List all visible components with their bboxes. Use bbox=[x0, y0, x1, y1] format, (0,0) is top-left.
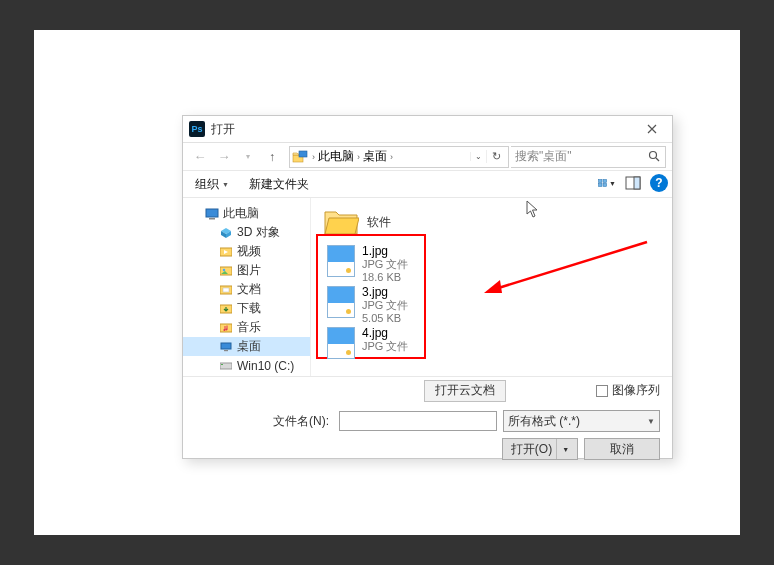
tree-pictures[interactable]: 图片 bbox=[183, 261, 310, 280]
open-button[interactable]: 打开(O) ▼ bbox=[502, 438, 578, 460]
svg-point-2 bbox=[650, 151, 657, 158]
svg-rect-8 bbox=[634, 177, 640, 189]
image-file-icon bbox=[327, 245, 355, 277]
desktop-icon bbox=[219, 340, 233, 354]
tree-label: 下载 bbox=[237, 300, 261, 317]
svg-rect-1 bbox=[299, 151, 307, 157]
options-row: 打开云文档 图像序列 bbox=[183, 376, 672, 404]
nav-tree: 此电脑 3D 对象 视频 图片 文档 下载 bbox=[183, 198, 311, 376]
breadcrumb-sep-icon: › bbox=[390, 152, 393, 162]
video-icon bbox=[219, 245, 233, 259]
help-button[interactable]: ? bbox=[650, 174, 668, 192]
organize-button[interactable]: 组织▼ bbox=[191, 174, 233, 195]
search-icon bbox=[648, 150, 660, 162]
tree-label: 图片 bbox=[237, 262, 261, 279]
docs-icon bbox=[219, 283, 233, 297]
file-name: 3.jpg bbox=[362, 286, 408, 299]
preview-pane-button[interactable] bbox=[624, 174, 642, 192]
image-sequence-checkbox[interactable]: 图像序列 bbox=[596, 382, 660, 399]
folder-icon bbox=[323, 206, 359, 238]
chevron-down-icon[interactable]: ▼ bbox=[556, 439, 569, 459]
new-folder-button[interactable]: 新建文件夹 bbox=[245, 174, 313, 195]
tree-documents[interactable]: 文档 bbox=[183, 280, 310, 299]
tree-drive-c[interactable]: Win10 (C:) bbox=[183, 356, 310, 375]
tree-3d-objects[interactable]: 3D 对象 bbox=[183, 223, 310, 242]
svg-rect-23 bbox=[221, 364, 223, 365]
file-item[interactable]: 1.jpg JPG 文件 18.6 KB bbox=[317, 242, 666, 283]
tree-label: Win10 (C:) bbox=[237, 359, 294, 373]
tree-desktop[interactable]: 桌面 bbox=[183, 337, 310, 356]
view-mode-button[interactable]: ▼ bbox=[598, 174, 616, 192]
svg-rect-17 bbox=[220, 324, 232, 332]
filename-label: 文件名(N): bbox=[273, 413, 329, 430]
folder-name: 软件 bbox=[367, 214, 391, 231]
drive-icon bbox=[219, 359, 233, 373]
up-button[interactable]: ↑ bbox=[261, 146, 283, 168]
photoshop-icon: Ps bbox=[189, 121, 205, 137]
svg-rect-9 bbox=[206, 209, 218, 217]
svg-rect-3 bbox=[599, 180, 602, 183]
checkbox-icon bbox=[596, 385, 608, 397]
breadcrumb-folder[interactable]: 桌面 bbox=[360, 148, 390, 165]
svg-rect-20 bbox=[221, 343, 231, 349]
svg-rect-10 bbox=[209, 218, 215, 220]
tree-label: 桌面 bbox=[237, 338, 261, 355]
svg-point-18 bbox=[223, 329, 225, 331]
svg-rect-5 bbox=[599, 184, 602, 187]
folder-monitor-icon bbox=[292, 150, 308, 164]
svg-point-13 bbox=[223, 268, 225, 270]
tree-downloads[interactable]: 下载 bbox=[183, 299, 310, 318]
downloads-icon bbox=[219, 302, 233, 316]
address-bar[interactable]: › 此电脑 › 桌面 › ⌄ ↻ bbox=[289, 146, 509, 168]
forward-button[interactable]: → bbox=[213, 146, 235, 168]
chevron-down-icon: ▼ bbox=[647, 417, 655, 426]
search-placeholder: 搜索"桌面" bbox=[515, 148, 572, 165]
file-name: 4.jpg bbox=[362, 327, 408, 340]
svg-point-19 bbox=[225, 328, 227, 330]
titlebar: Ps 打开 bbox=[183, 116, 672, 142]
svg-rect-22 bbox=[220, 363, 232, 369]
back-button[interactable]: ← bbox=[189, 146, 211, 168]
search-input[interactable]: 搜索"桌面" bbox=[511, 146, 666, 168]
folder-item[interactable]: 软件 bbox=[317, 202, 666, 242]
file-size: 18.6 KB bbox=[362, 271, 408, 284]
file-type: JPG 文件 bbox=[362, 299, 408, 312]
filename-input[interactable] bbox=[339, 411, 497, 431]
tree-label: 此电脑 bbox=[223, 205, 259, 222]
buttons-row: 打开(O) ▼ 取消 bbox=[183, 438, 672, 474]
pictures-icon bbox=[219, 264, 233, 278]
file-type: JPG 文件 bbox=[362, 340, 408, 353]
svg-rect-4 bbox=[603, 180, 606, 183]
image-file-icon bbox=[327, 327, 355, 359]
history-dropdown[interactable]: ▾ bbox=[237, 146, 259, 168]
navbar: ← → ▾ ↑ › 此电脑 › 桌面 › ⌄ ↻ 搜索"桌面" bbox=[183, 142, 672, 170]
open-cloud-doc-button[interactable]: 打开云文档 bbox=[424, 380, 506, 402]
file-name: 1.jpg bbox=[362, 245, 408, 258]
file-list[interactable]: 软件 1.jpg JPG 文件 18.6 KB 3.jpg JPG 文件 5.0… bbox=[311, 198, 672, 376]
breadcrumb-root[interactable]: 此电脑 bbox=[315, 148, 357, 165]
image-file-icon bbox=[327, 286, 355, 318]
svg-rect-6 bbox=[603, 184, 606, 187]
pc-icon bbox=[205, 207, 219, 221]
music-icon bbox=[219, 321, 233, 335]
cube-icon bbox=[219, 226, 233, 240]
tree-label: 文档 bbox=[237, 281, 261, 298]
file-item[interactable]: 3.jpg JPG 文件 5.05 KB bbox=[317, 283, 666, 324]
file-type: JPG 文件 bbox=[362, 258, 408, 271]
dialog-body: 此电脑 3D 对象 视频 图片 文档 下载 bbox=[183, 198, 672, 376]
cancel-button[interactable]: 取消 bbox=[584, 438, 660, 460]
close-button[interactable] bbox=[632, 116, 672, 142]
tree-music[interactable]: 音乐 bbox=[183, 318, 310, 337]
svg-rect-21 bbox=[224, 350, 228, 351]
address-dropdown[interactable]: ⌄ bbox=[470, 152, 486, 161]
svg-rect-15 bbox=[223, 288, 229, 292]
dialog-title: 打开 bbox=[211, 121, 235, 138]
tree-this-pc[interactable]: 此电脑 bbox=[183, 204, 310, 223]
file-item[interactable]: 4.jpg JPG 文件 bbox=[317, 324, 666, 365]
tree-videos[interactable]: 视频 bbox=[183, 242, 310, 261]
close-icon bbox=[647, 124, 657, 134]
refresh-button[interactable]: ↻ bbox=[486, 150, 506, 163]
filename-row: 文件名(N): 所有格式 (*.*) ▼ bbox=[183, 404, 672, 438]
tree-label: 音乐 bbox=[237, 319, 261, 336]
file-type-filter[interactable]: 所有格式 (*.*) ▼ bbox=[503, 410, 660, 432]
